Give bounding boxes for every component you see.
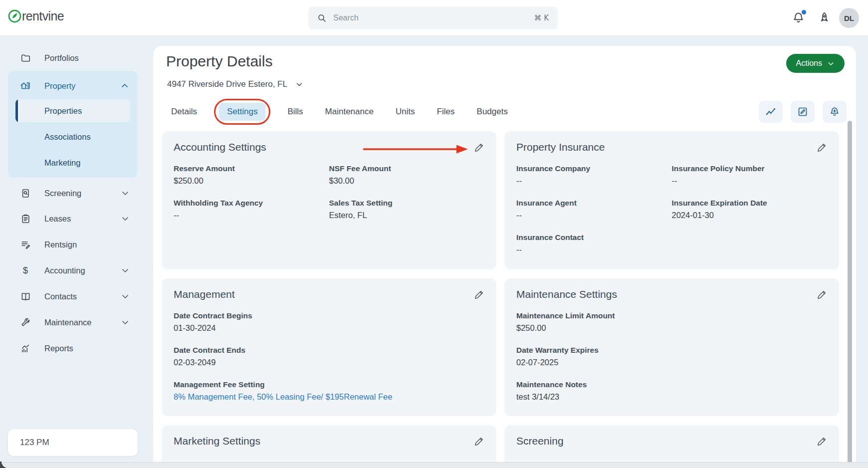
management-fee-link[interactable]: 8% Management Fee, 50% Leasing Fee/ $195… [174, 392, 484, 402]
rentvine-leaf-icon [8, 9, 21, 23]
field-withholding-tax-agency: Withholding Tax Agency -- [174, 199, 329, 220]
edit-pencil-icon[interactable] [474, 142, 484, 153]
edit-pencil-icon[interactable] [817, 289, 827, 300]
card-title: Accounting Settings [174, 141, 484, 153]
tab-settings-label: Settings [227, 107, 257, 116]
note-edit-icon [799, 108, 807, 116]
field-value: -- [174, 211, 329, 220]
chevron-down-icon [121, 266, 130, 275]
sidebar-item-maintenance[interactable]: Maintenance [8, 312, 138, 333]
sidebar-item-label: Associations [44, 132, 91, 142]
chevron-down-icon [295, 80, 303, 88]
tab-settings[interactable]: Settings [219, 103, 265, 121]
sidebar-item-reports[interactable]: Reports [8, 338, 138, 359]
sidebar-item-rentsign[interactable]: Rentsign [8, 234, 138, 255]
sidebar-item-accounting[interactable]: $ Accounting [8, 260, 138, 281]
field-label: Reserve Amount [174, 164, 329, 173]
property-tabs: Details Settings Bills Maintenance Units… [171, 100, 508, 124]
chevron-down-icon [121, 214, 130, 223]
sidebar-item-label: Properties [44, 106, 82, 116]
contacts-book-icon [20, 291, 31, 302]
search-input[interactable]: Search ⌘ K [308, 6, 558, 29]
sidebar-item-label: Contacts [44, 292, 121, 301]
notification-dot [802, 10, 806, 14]
field-label: Insurance Policy Number [672, 164, 828, 173]
search-shortcut: ⌘ K [534, 13, 549, 22]
field-date-contract-ends: Date Contract Ends 02-03-2049 [174, 346, 484, 367]
field-value: -- [672, 176, 828, 186]
field-label: Withholding Tax Agency [174, 199, 329, 208]
field-value: -- [516, 245, 672, 254]
field-label: Date Contract Ends [174, 346, 484, 355]
field-label: Management Fee Setting [174, 380, 484, 389]
tab-bills[interactable]: Bills [287, 107, 303, 117]
sidebar-item-contacts[interactable]: Contacts [8, 286, 138, 307]
sidebar-item-properties[interactable]: Properties [15, 99, 130, 122]
settings-cards-grid: Accounting Settings Reserve Amount $250.… [162, 131, 839, 468]
field-label: Insurance Company [516, 164, 672, 173]
subscribe-bell-button[interactable] [823, 101, 847, 123]
field-maintenance-limit-amount: Maintenance Limit Amount $250.00 [516, 311, 827, 333]
field-value: 02-07-2025 [516, 358, 827, 367]
card-title: Maintenance Settings [516, 288, 827, 300]
field-value: $250.00 [174, 176, 329, 186]
field-management-fee-setting: Management Fee Setting 8% Management Fee… [174, 380, 484, 402]
notes-edit-button[interactable] [791, 101, 815, 123]
reports-chart-icon [20, 343, 31, 354]
app: rentvine Search ⌘ K [0, 0, 868, 468]
property-insurance-card: Property Insurance Insurance Company -- … [504, 131, 839, 269]
edit-pencil-icon[interactable] [817, 436, 827, 447]
sidebar-item-label: Portfolios [44, 53, 138, 63]
field-label: NSF Fee Amount [329, 164, 485, 173]
chevron-up-icon [120, 81, 129, 90]
search-icon [317, 13, 327, 23]
sidebar-item-label: Reports [44, 344, 138, 353]
tab-maintenance[interactable]: Maintenance [325, 107, 374, 117]
field-value: -- [516, 211, 672, 220]
sidebar-item-portfolios[interactable]: Portfolios [8, 47, 138, 68]
edit-pencil-icon[interactable] [817, 142, 827, 153]
field-value: -- [516, 176, 672, 186]
tab-budgets[interactable]: Budgets [477, 107, 508, 117]
sidebar-item-leases[interactable]: Leases [8, 208, 138, 229]
chevron-down-icon [121, 189, 130, 198]
sidebar-item-label: Screening [44, 189, 121, 198]
sidebar-item-label: Marketing [44, 158, 80, 168]
sidebar-item-label: Leases [44, 214, 121, 224]
user-avatar[interactable]: DL [839, 8, 859, 28]
card-title: Screening [516, 435, 827, 447]
accounting-settings-card: Accounting Settings Reserve Amount $250.… [162, 131, 496, 269]
field-label: Sales Tax Setting [329, 199, 485, 208]
notifications-bell-icon[interactable] [792, 11, 805, 26]
activity-chart-button[interactable] [759, 101, 783, 123]
field-label: Maintenance Limit Amount [516, 311, 827, 320]
sidebar-item-associations[interactable]: Associations [8, 126, 137, 147]
edit-pencil-icon[interactable] [474, 436, 484, 447]
field-label: Insurance Expiration Date [672, 199, 828, 208]
vertical-scrollbar[interactable] [848, 121, 852, 468]
rentvine-logo[interactable]: rentvine [8, 9, 64, 23]
management-card: Management Date Contract Begins 01-30-20… [162, 278, 496, 416]
property-nav-group: Property Properties Associations Marketi… [8, 71, 137, 178]
tab-files[interactable]: Files [437, 107, 455, 117]
field-label: Insurance Contact [516, 233, 672, 242]
field-value: 01-30-2024 [174, 323, 484, 333]
card-title: Marketing Settings [174, 435, 484, 447]
sidebar-item-property[interactable]: Property [8, 75, 137, 96]
maintenance-settings-card: Maintenance Settings Maintenance Limit A… [504, 278, 839, 416]
card-title: Management [174, 288, 484, 300]
sidebar-item-marketing[interactable]: Marketing [8, 152, 137, 173]
sidebar-nav: Portfolios Property Properties [0, 36, 146, 468]
field-insurance-policy-number: Insurance Policy Number -- [672, 164, 828, 186]
field-reserve-amount: Reserve Amount $250.00 [174, 164, 329, 186]
sidebar-item-screening[interactable]: Screening [8, 183, 138, 204]
sidebar-item-label: Accounting [44, 266, 121, 275]
property-house-icon [20, 80, 31, 91]
tab-details[interactable]: Details [171, 107, 197, 117]
edit-pencil-icon[interactable] [474, 289, 484, 300]
actions-button[interactable]: Actions [786, 54, 845, 73]
horizontal-scrollbar-track[interactable] [0, 462, 868, 468]
property-address-selector[interactable]: 4947 Riverside Drive Estero, FL [167, 79, 303, 89]
whats-new-rocket-icon[interactable] [818, 11, 831, 26]
tab-units[interactable]: Units [396, 107, 415, 117]
